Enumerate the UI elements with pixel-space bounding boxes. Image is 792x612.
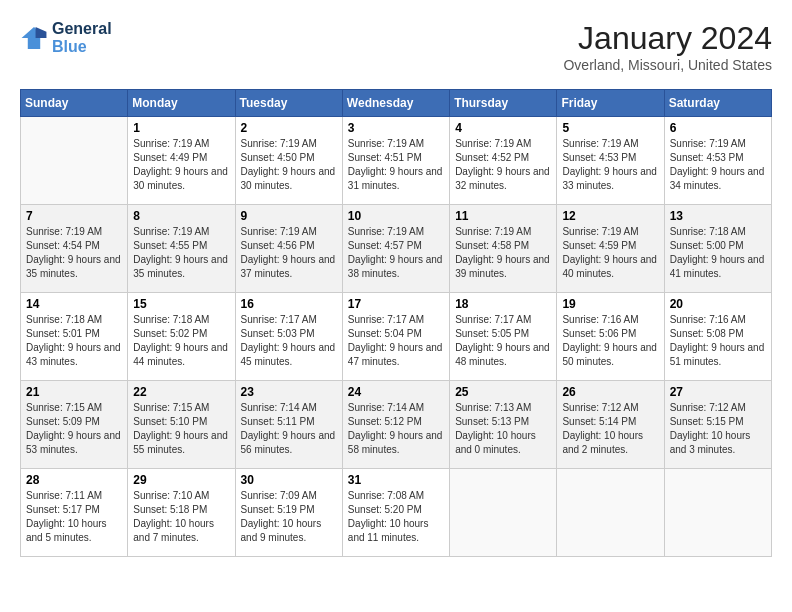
calendar-cell: 4 Sunrise: 7:19 AM Sunset: 4:52 PM Dayli… xyxy=(450,117,557,205)
day-info: Sunrise: 7:15 AM Sunset: 5:10 PM Dayligh… xyxy=(133,401,229,457)
sunset-label: Sunset: 5:17 PM xyxy=(26,504,100,515)
day-number: 18 xyxy=(455,297,551,311)
day-number: 1 xyxy=(133,121,229,135)
day-number: 20 xyxy=(670,297,766,311)
day-number: 7 xyxy=(26,209,122,223)
title-section: January 2024 Overland, Missouri, United … xyxy=(563,20,772,73)
calendar-week-4: 21 Sunrise: 7:15 AM Sunset: 5:09 PM Dayl… xyxy=(21,381,772,469)
day-number: 19 xyxy=(562,297,658,311)
day-number: 16 xyxy=(241,297,337,311)
calendar-cell: 30 Sunrise: 7:09 AM Sunset: 5:19 PM Dayl… xyxy=(235,469,342,557)
day-info: Sunrise: 7:12 AM Sunset: 5:14 PM Dayligh… xyxy=(562,401,658,457)
day-number: 5 xyxy=(562,121,658,135)
sunset-label: Sunset: 5:04 PM xyxy=(348,328,422,339)
sunrise-label: Sunrise: 7:19 AM xyxy=(133,138,209,149)
sunset-label: Sunset: 4:52 PM xyxy=(455,152,529,163)
daylight-label: Daylight: 9 hours and 41 minutes. xyxy=(670,254,765,279)
sunrise-label: Sunrise: 7:13 AM xyxy=(455,402,531,413)
location: Overland, Missouri, United States xyxy=(563,57,772,73)
daylight-label: Daylight: 9 hours and 35 minutes. xyxy=(133,254,228,279)
sunset-label: Sunset: 5:11 PM xyxy=(241,416,315,427)
day-number: 3 xyxy=(348,121,444,135)
day-info: Sunrise: 7:18 AM Sunset: 5:01 PM Dayligh… xyxy=(26,313,122,369)
daylight-label: Daylight: 9 hours and 35 minutes. xyxy=(26,254,121,279)
day-number: 10 xyxy=(348,209,444,223)
daylight-label: Daylight: 9 hours and 56 minutes. xyxy=(241,430,336,455)
calendar-cell: 8 Sunrise: 7:19 AM Sunset: 4:55 PM Dayli… xyxy=(128,205,235,293)
day-number: 25 xyxy=(455,385,551,399)
calendar-cell xyxy=(21,117,128,205)
calendar-cell xyxy=(450,469,557,557)
calendar-cell: 17 Sunrise: 7:17 AM Sunset: 5:04 PM Dayl… xyxy=(342,293,449,381)
day-number: 6 xyxy=(670,121,766,135)
calendar-cell: 7 Sunrise: 7:19 AM Sunset: 4:54 PM Dayli… xyxy=(21,205,128,293)
sunrise-label: Sunrise: 7:10 AM xyxy=(133,490,209,501)
calendar-cell: 15 Sunrise: 7:18 AM Sunset: 5:02 PM Dayl… xyxy=(128,293,235,381)
day-number: 23 xyxy=(241,385,337,399)
daylight-label: Daylight: 9 hours and 31 minutes. xyxy=(348,166,443,191)
day-info: Sunrise: 7:16 AM Sunset: 5:06 PM Dayligh… xyxy=(562,313,658,369)
daylight-label: Daylight: 9 hours and 47 minutes. xyxy=(348,342,443,367)
daylight-label: Daylight: 10 hours and 2 minutes. xyxy=(562,430,643,455)
calendar-cell: 20 Sunrise: 7:16 AM Sunset: 5:08 PM Dayl… xyxy=(664,293,771,381)
day-info: Sunrise: 7:12 AM Sunset: 5:15 PM Dayligh… xyxy=(670,401,766,457)
calendar-cell: 13 Sunrise: 7:18 AM Sunset: 5:00 PM Dayl… xyxy=(664,205,771,293)
day-info: Sunrise: 7:08 AM Sunset: 5:20 PM Dayligh… xyxy=(348,489,444,545)
sunset-label: Sunset: 5:14 PM xyxy=(562,416,636,427)
daylight-label: Daylight: 10 hours and 3 minutes. xyxy=(670,430,751,455)
sunrise-label: Sunrise: 7:11 AM xyxy=(26,490,102,501)
sunset-label: Sunset: 5:02 PM xyxy=(133,328,207,339)
sunset-label: Sunset: 5:20 PM xyxy=(348,504,422,515)
daylight-label: Daylight: 9 hours and 33 minutes. xyxy=(562,166,657,191)
sunrise-label: Sunrise: 7:19 AM xyxy=(241,226,317,237)
day-number: 9 xyxy=(241,209,337,223)
sunset-label: Sunset: 4:54 PM xyxy=(26,240,100,251)
sunrise-label: Sunrise: 7:14 AM xyxy=(348,402,424,413)
day-info: Sunrise: 7:19 AM Sunset: 4:50 PM Dayligh… xyxy=(241,137,337,193)
day-number: 8 xyxy=(133,209,229,223)
calendar-cell: 24 Sunrise: 7:14 AM Sunset: 5:12 PM Dayl… xyxy=(342,381,449,469)
svg-marker-1 xyxy=(36,27,47,38)
weekday-header-saturday: Saturday xyxy=(664,90,771,117)
calendar-cell: 28 Sunrise: 7:11 AM Sunset: 5:17 PM Dayl… xyxy=(21,469,128,557)
sunset-label: Sunset: 5:03 PM xyxy=(241,328,315,339)
daylight-label: Daylight: 9 hours and 43 minutes. xyxy=(26,342,121,367)
day-number: 12 xyxy=(562,209,658,223)
calendar-cell: 14 Sunrise: 7:18 AM Sunset: 5:01 PM Dayl… xyxy=(21,293,128,381)
sunset-label: Sunset: 5:01 PM xyxy=(26,328,100,339)
daylight-label: Daylight: 9 hours and 45 minutes. xyxy=(241,342,336,367)
daylight-label: Daylight: 9 hours and 50 minutes. xyxy=(562,342,657,367)
sunrise-label: Sunrise: 7:18 AM xyxy=(670,226,746,237)
daylight-label: Daylight: 9 hours and 51 minutes. xyxy=(670,342,765,367)
day-info: Sunrise: 7:19 AM Sunset: 4:53 PM Dayligh… xyxy=(670,137,766,193)
sunrise-label: Sunrise: 7:17 AM xyxy=(348,314,424,325)
daylight-label: Daylight: 9 hours and 30 minutes. xyxy=(241,166,336,191)
day-number: 14 xyxy=(26,297,122,311)
calendar-cell: 3 Sunrise: 7:19 AM Sunset: 4:51 PM Dayli… xyxy=(342,117,449,205)
sunrise-label: Sunrise: 7:09 AM xyxy=(241,490,317,501)
sunset-label: Sunset: 5:13 PM xyxy=(455,416,529,427)
calendar-cell xyxy=(557,469,664,557)
daylight-label: Daylight: 10 hours and 7 minutes. xyxy=(133,518,214,543)
day-number: 15 xyxy=(133,297,229,311)
sunrise-label: Sunrise: 7:16 AM xyxy=(670,314,746,325)
weekday-header-monday: Monday xyxy=(128,90,235,117)
day-info: Sunrise: 7:19 AM Sunset: 4:55 PM Dayligh… xyxy=(133,225,229,281)
day-info: Sunrise: 7:19 AM Sunset: 4:56 PM Dayligh… xyxy=(241,225,337,281)
daylight-label: Daylight: 9 hours and 38 minutes. xyxy=(348,254,443,279)
sunset-label: Sunset: 4:49 PM xyxy=(133,152,207,163)
sunrise-label: Sunrise: 7:19 AM xyxy=(26,226,102,237)
calendar-table: SundayMondayTuesdayWednesdayThursdayFrid… xyxy=(20,89,772,557)
daylight-label: Daylight: 9 hours and 37 minutes. xyxy=(241,254,336,279)
sunrise-label: Sunrise: 7:19 AM xyxy=(562,138,638,149)
daylight-label: Daylight: 9 hours and 48 minutes. xyxy=(455,342,550,367)
day-info: Sunrise: 7:19 AM Sunset: 4:52 PM Dayligh… xyxy=(455,137,551,193)
daylight-label: Daylight: 9 hours and 39 minutes. xyxy=(455,254,550,279)
day-number: 11 xyxy=(455,209,551,223)
day-info: Sunrise: 7:14 AM Sunset: 5:12 PM Dayligh… xyxy=(348,401,444,457)
calendar-cell: 19 Sunrise: 7:16 AM Sunset: 5:06 PM Dayl… xyxy=(557,293,664,381)
calendar-cell: 11 Sunrise: 7:19 AM Sunset: 4:58 PM Dayl… xyxy=(450,205,557,293)
day-info: Sunrise: 7:19 AM Sunset: 4:51 PM Dayligh… xyxy=(348,137,444,193)
weekday-header-thursday: Thursday xyxy=(450,90,557,117)
sunrise-label: Sunrise: 7:18 AM xyxy=(133,314,209,325)
